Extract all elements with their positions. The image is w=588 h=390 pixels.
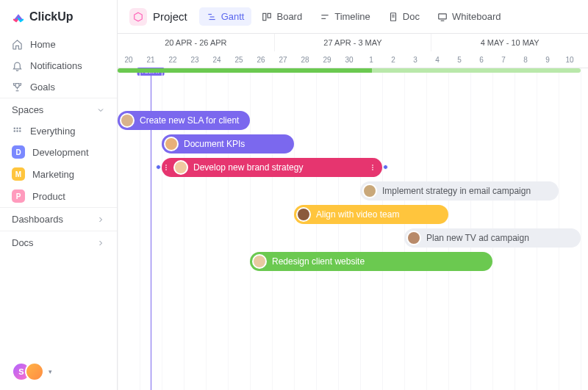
assignee-avatar[interactable] xyxy=(362,184,377,198)
space-badge: P xyxy=(12,189,25,203)
day-cell: 5 xyxy=(448,51,470,68)
project-chip[interactable]: Project xyxy=(129,8,187,26)
grid-icon xyxy=(12,126,23,137)
view-gantt[interactable]: Gantt xyxy=(199,7,252,26)
space-item-development[interactable]: DDevelopment xyxy=(0,141,117,163)
assignee-avatar[interactable] xyxy=(164,137,179,151)
view-board[interactable]: Board xyxy=(254,7,309,26)
view-label: Doc xyxy=(403,11,420,22)
view-whiteboard[interactable]: Whiteboard xyxy=(430,7,508,26)
dependency-dot[interactable] xyxy=(156,165,161,170)
task-label: Implement strategy in email campaign xyxy=(382,186,531,196)
day-cell: 28 xyxy=(294,51,316,68)
drag-handle-icon[interactable] xyxy=(370,165,375,170)
day-cell: 8 xyxy=(514,51,537,68)
space-item-marketing[interactable]: MMarketing xyxy=(0,163,117,185)
task-bar[interactable]: Plan new TV ad campaign xyxy=(404,228,581,248)
assignee-avatar[interactable] xyxy=(252,254,267,269)
chevron-down-icon xyxy=(96,106,105,115)
sidebar: ClickUp Home Notifications Goals Spaces … xyxy=(0,0,118,390)
nav-label: Notifications xyxy=(30,60,82,71)
assignee-avatar[interactable] xyxy=(173,160,188,175)
section-docs[interactable]: Docs xyxy=(0,231,117,254)
day-cell: 23 xyxy=(184,51,206,68)
project-icon xyxy=(129,8,147,26)
task-bar[interactable]: Redesign client website xyxy=(250,252,492,271)
week-cell: 4 MAY - 10 MAY xyxy=(431,34,588,51)
project-title: Project xyxy=(153,10,187,23)
week-row: 20 APR - 26 APR27 APR - 3 MAY4 MAY - 10 … xyxy=(118,34,588,51)
day-cell: 27 xyxy=(272,51,294,68)
task-bar[interactable]: Create new SLA for client xyxy=(118,111,250,130)
section-dashboards[interactable]: Dashboards xyxy=(0,207,117,231)
bell-icon xyxy=(12,60,23,71)
day-cell: 26 xyxy=(250,51,272,68)
space-label: Development xyxy=(32,147,89,158)
view-label: Timeline xyxy=(334,11,370,22)
task-bar[interactable]: Develop new brand strategy xyxy=(162,158,382,177)
svg-rect-10 xyxy=(268,13,271,18)
view-label: Gantt xyxy=(221,11,245,22)
dependency-dot[interactable] xyxy=(383,165,388,170)
task-label: Plan new TV ad campaign xyxy=(426,233,529,243)
space-badge: D xyxy=(12,145,25,159)
assignee-avatar[interactable] xyxy=(296,207,311,222)
nav-goals[interactable]: Goals xyxy=(0,76,117,98)
day-cell: 1 xyxy=(360,51,382,68)
brand-name: ClickUp xyxy=(29,10,74,24)
svg-point-1 xyxy=(16,128,18,130)
assignee-avatar[interactable] xyxy=(406,231,421,245)
svg-point-0 xyxy=(14,128,16,130)
task-bar[interactable]: Document KPIs xyxy=(162,134,294,154)
section-label: Dashboards xyxy=(12,214,63,225)
task-bar[interactable]: Align with video team xyxy=(294,205,448,224)
space-label: Marketing xyxy=(32,169,74,180)
svg-rect-16 xyxy=(439,13,447,18)
space-item-product[interactable]: PProduct xyxy=(0,185,117,207)
day-cell: 11 xyxy=(581,51,588,68)
svg-point-5 xyxy=(19,130,21,132)
brand-logo[interactable]: ClickUp xyxy=(0,0,117,34)
nav-home[interactable]: Home xyxy=(0,34,117,55)
space-label: Product xyxy=(32,191,65,202)
summary-bar[interactable] xyxy=(118,68,581,73)
toolbar: Project GanttBoardTimelineDocWhiteboard xyxy=(118,0,588,33)
day-cell: 29 xyxy=(316,51,338,68)
task-label: Create new SLA for client xyxy=(140,115,239,126)
nav-notifications[interactable]: Notifications xyxy=(0,55,117,76)
task-label: Document KPIs xyxy=(184,139,245,149)
day-cell: 4 xyxy=(426,51,448,68)
day-cell: 22 xyxy=(162,51,184,68)
week-cell: 20 APR - 26 APR xyxy=(118,34,274,51)
day-cell: 2 xyxy=(382,51,404,68)
view-label: Board xyxy=(276,11,302,22)
user-avatars[interactable]: S ▾ xyxy=(0,353,117,390)
section-label: Spaces xyxy=(12,104,43,115)
svg-point-3 xyxy=(14,130,16,132)
spaces-everything[interactable]: Everything xyxy=(0,121,117,141)
svg-rect-9 xyxy=(263,13,266,20)
view-timeline[interactable]: Timeline xyxy=(312,7,378,26)
day-cell: 24 xyxy=(206,51,228,68)
day-cell: 25 xyxy=(228,51,250,68)
week-cell: 27 APR - 3 MAY xyxy=(274,34,431,51)
gantt-chart[interactable]: Create new SLA for clientDocument KPIsDe… xyxy=(118,68,588,390)
day-cell: 6 xyxy=(470,51,492,68)
view-doc[interactable]: Doc xyxy=(381,7,427,26)
user-avatar[interactable] xyxy=(25,362,44,381)
svg-point-2 xyxy=(19,128,21,130)
day-cell: 9 xyxy=(537,51,559,68)
clickup-icon xyxy=(12,10,25,24)
day-cell: 20 xyxy=(118,51,140,68)
drag-handle-icon[interactable] xyxy=(164,165,168,170)
svg-point-4 xyxy=(16,130,18,132)
task-bar[interactable]: Implement strategy in email campaign xyxy=(360,181,559,201)
day-cell: 10 xyxy=(559,51,581,68)
task-label: Align with video team xyxy=(316,209,399,220)
view-label: Whiteboard xyxy=(452,11,501,22)
day-row: 2021222324252627282930123456789101112TOD… xyxy=(118,51,588,68)
assignee-avatar[interactable] xyxy=(120,113,135,128)
section-spaces[interactable]: Spaces xyxy=(0,98,117,121)
day-cell: 3 xyxy=(404,51,426,68)
task-label: Develop new brand strategy xyxy=(193,162,303,173)
